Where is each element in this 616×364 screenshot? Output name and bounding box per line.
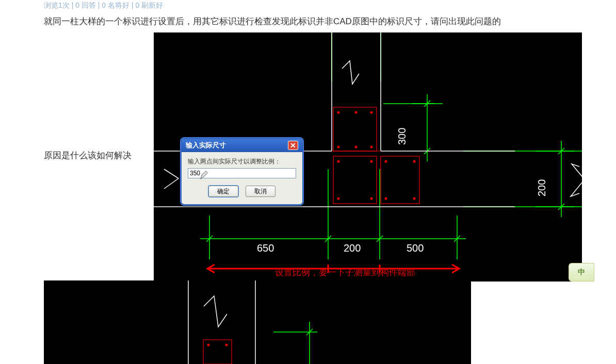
question-text-line1: 就同一柱大样的一个标识进行设置后，用其它标识进行检查发现此标识并非CAD原图中的…	[44, 14, 616, 28]
ime-indicator[interactable]: 中	[569, 263, 594, 282]
question-text-line2: 原因是什么该如何解决	[44, 150, 132, 161]
svg-point-42	[385, 160, 387, 162]
svg-point-30	[337, 111, 339, 113]
dialog-label: 输入两点间实际尺寸以调整比例：	[188, 157, 296, 166]
cad-drawing-svg-2	[44, 280, 471, 364]
svg-rect-41	[381, 156, 419, 204]
cad-screenshot-2	[44, 280, 471, 364]
svg-rect-54	[203, 340, 232, 364]
dim-200h: 200	[344, 242, 361, 254]
ime-label: 中	[578, 268, 585, 277]
svg-point-55	[207, 344, 209, 346]
svg-point-40	[370, 197, 372, 200]
dialog-title-text: 输入实际尺寸	[186, 141, 226, 150]
svg-point-44	[385, 197, 387, 200]
svg-point-39	[337, 197, 339, 200]
svg-point-45	[413, 197, 415, 200]
svg-point-32	[370, 111, 372, 113]
dim-650: 650	[257, 242, 274, 254]
svg-point-56	[225, 344, 228, 346]
cancel-button[interactable]: 取消	[246, 186, 275, 197]
svg-point-34	[355, 146, 357, 148]
input-size-dialog: 输入实际尺寸 ✕ 输入两点间实际尺寸以调整比例： 确定 取消	[181, 138, 303, 205]
dim-500: 500	[407, 242, 424, 254]
close-icon[interactable]: ✕	[288, 141, 298, 150]
cad-screenshot-1: 650 200 500 300 200 设置比例，要一下子测量到构件端部 输入实…	[154, 32, 582, 282]
svg-point-37	[337, 160, 339, 162]
svg-rect-36	[333, 156, 377, 204]
dialog-titlebar[interactable]: 输入实际尺寸 ✕	[182, 139, 302, 152]
svg-point-31	[355, 111, 357, 113]
dim-200v: 200	[536, 179, 547, 196]
svg-point-38	[370, 160, 372, 162]
svg-point-43	[413, 160, 415, 162]
dimension-input[interactable]	[188, 168, 296, 178]
svg-point-35	[370, 146, 372, 148]
svg-rect-28	[333, 107, 377, 151]
ok-button[interactable]: 确定	[208, 186, 238, 197]
red-annotation-text: 设置比例，要一下子测量到构件端部	[275, 267, 415, 278]
view-stats: 浏览1次 | 0 回答 | 0 名将好 | 0 刷新好	[44, 0, 616, 14]
svg-point-33	[337, 146, 339, 148]
dim-300v: 300	[396, 128, 408, 145]
